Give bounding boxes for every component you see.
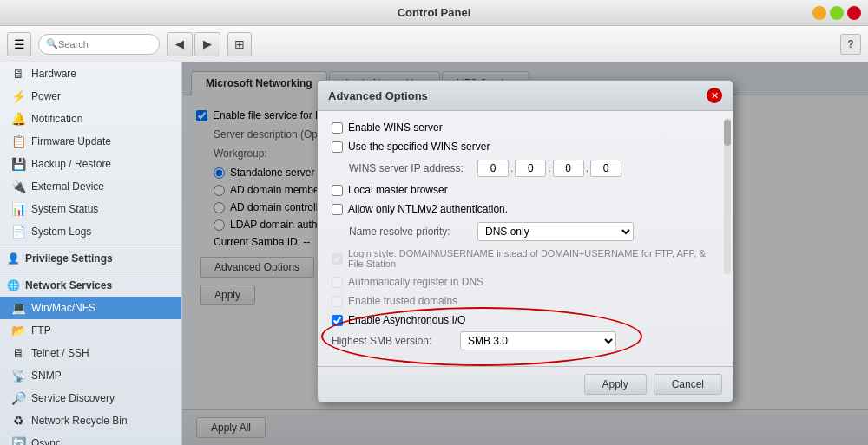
- sidebar-label-snmp: SNMP: [31, 370, 62, 382]
- minimize-button[interactable]: [812, 6, 826, 20]
- sidebar-label-network-recycle: Network Recycle Bin: [31, 415, 128, 427]
- use-specified-wins-label: Use the specified WINS server: [348, 141, 490, 153]
- highest-smb-select[interactable]: SMB 1.0 SMB 2.0 SMB 3.0: [460, 331, 616, 350]
- help-button[interactable]: ?: [840, 34, 861, 55]
- toolbar-nav: ◀ ▶: [167, 32, 220, 56]
- auto-register-row: Automatically register in DNS: [332, 276, 719, 288]
- modal-footer: Apply Cancel: [318, 366, 733, 402]
- ntlmv2-row: Allow only NTLMv2 authentication.: [332, 203, 719, 215]
- modal-apply-button[interactable]: Apply: [584, 374, 647, 395]
- sidebar-section-network-services[interactable]: 🌐 Network Services: [0, 274, 181, 297]
- win-mac-icon: 💻: [10, 301, 26, 315]
- back-button[interactable]: ◀: [167, 32, 193, 56]
- sidebar-label-power: Power: [31, 90, 61, 102]
- toolbar-right: ?: [840, 34, 861, 55]
- hardware-icon: 🖥: [10, 67, 26, 81]
- name-resolve-select[interactable]: DNS only Wins first DNS first: [477, 222, 634, 241]
- grid-button[interactable]: ⊞: [227, 32, 252, 56]
- sidebar-item-ftp[interactable]: 📂 FTP: [0, 319, 181, 342]
- enable-wins-row: Enable WINS server: [332, 121, 719, 134]
- modal-cancel-button[interactable]: Cancel: [654, 374, 722, 395]
- sidebar-item-power[interactable]: ⚡ Power: [0, 85, 181, 108]
- auto-register-label: Automatically register in DNS: [348, 276, 483, 288]
- modal-scrollbar[interactable]: [724, 118, 731, 274]
- sidebar-label-win-mac: Win/Mac/NFS: [31, 302, 95, 314]
- sidebar-item-snmp[interactable]: 📡 SNMP: [0, 364, 181, 387]
- sidebar-label-system-status: System Status: [31, 203, 98, 215]
- sidebar-item-qsync[interactable]: 🔄 Qsync: [0, 432, 181, 445]
- sidebar-item-system-logs[interactable]: 📄 System Logs: [0, 220, 181, 243]
- wins-ip-label: WINS server IP address:: [349, 162, 470, 174]
- sidebar: 🖥 Hardware ⚡ Power 🔔 Notification 📋 Firm…: [0, 62, 182, 445]
- sidebar-item-service-discovery[interactable]: 🔎 Service Discovery: [0, 387, 181, 409]
- content-area: Microsoft Networking Apple Networking NF…: [182, 62, 868, 445]
- ntlmv2-checkbox[interactable]: [332, 204, 343, 215]
- sidebar-item-backup[interactable]: 💾 Backup / Restore: [0, 153, 181, 175]
- wins-ip-inputs: . . .: [477, 160, 621, 177]
- sidebar-divider-2: [0, 272, 181, 272]
- advanced-options-modal: Advanced Options ✕ Enable WINS server: [317, 80, 733, 402]
- search-input[interactable]: [58, 39, 145, 49]
- wins-ip-row: WINS server IP address: . . .: [332, 160, 719, 177]
- ftp-icon: 📂: [10, 324, 26, 337]
- wins-ip-4[interactable]: [590, 160, 621, 177]
- async-io-checkbox[interactable]: [332, 315, 343, 326]
- sidebar-label-backup: Backup / Restore: [31, 158, 111, 170]
- sidebar-item-external[interactable]: 🔌 External Device: [0, 175, 181, 198]
- maximize-button[interactable]: [830, 6, 844, 20]
- sidebar-label-firmware: Firmware Update: [31, 135, 111, 147]
- login-style-row: Login style: DOMAIN\USERNAME instead of …: [332, 248, 719, 269]
- use-specified-wins-row: Use the specified WINS server: [332, 141, 719, 153]
- sidebar-section-privilege[interactable]: 👤 Privilege Settings: [0, 247, 181, 270]
- modal-scrollbar-thumb: [724, 120, 731, 146]
- qsync-icon: 🔄: [10, 436, 26, 445]
- menu-toggle-button[interactable]: ☰: [7, 32, 31, 56]
- sidebar-item-telnet-ssh[interactable]: 🖥 Telnet / SSH: [0, 342, 181, 364]
- modal-overlay: Advanced Options ✕ Enable WINS server: [182, 62, 868, 445]
- network-services-icon: 🌐: [7, 279, 20, 291]
- sidebar-label-notification: Notification: [31, 113, 82, 125]
- logs-icon: 📄: [10, 225, 26, 239]
- sidebar-item-notification[interactable]: 🔔 Notification: [0, 108, 181, 130]
- wins-ip-1[interactable]: [477, 160, 509, 177]
- async-io-label: Enable Asynchronous I/O: [348, 314, 465, 326]
- use-specified-wins-checkbox[interactable]: [332, 141, 343, 153]
- discovery-icon: 🔎: [10, 391, 26, 405]
- async-io-row: Enable Asynchronous I/O: [332, 314, 719, 326]
- enable-wins-checkbox[interactable]: [332, 122, 343, 134]
- wins-ip-2[interactable]: [515, 160, 546, 177]
- sidebar-label-ftp: FTP: [31, 324, 51, 337]
- notification-icon: 🔔: [10, 112, 26, 126]
- sidebar-item-hardware[interactable]: 🖥 Hardware: [0, 62, 181, 85]
- search-icon: 🔍: [46, 38, 58, 49]
- recycle-icon: ♻: [10, 414, 26, 428]
- sidebar-label-network-services: Network Services: [25, 279, 112, 291]
- sidebar-label-telnet: Telnet / SSH: [31, 347, 89, 359]
- highlight-area: Enable Asynchronous I/O Highest SMB vers…: [332, 314, 719, 350]
- titlebar-title: Control Panel: [398, 6, 471, 19]
- search-box: 🔍: [38, 34, 160, 55]
- telnet-icon: 🖥: [10, 346, 26, 360]
- ntlmv2-label: Allow only NTLMv2 authentication.: [348, 203, 508, 215]
- modal-close-button[interactable]: ✕: [707, 88, 722, 103]
- sidebar-item-network-recycle[interactable]: ♻ Network Recycle Bin: [0, 409, 181, 432]
- auto-register-checkbox: [332, 277, 343, 288]
- sidebar-item-firmware[interactable]: 📋 Firmware Update: [0, 130, 181, 153]
- sidebar-item-win-mac-nfs[interactable]: 💻 Win/Mac/NFS: [0, 297, 181, 319]
- sidebar-item-system-status[interactable]: 📊 System Status: [0, 198, 181, 220]
- forward-button[interactable]: ▶: [194, 32, 220, 56]
- sidebar-divider-1: [0, 245, 181, 245]
- wins-ip-3[interactable]: [553, 160, 584, 177]
- name-resolve-row: Name resolve priority: DNS only Wins fir…: [332, 222, 719, 241]
- backup-icon: 💾: [10, 157, 26, 171]
- sidebar-label-service-discovery: Service Discovery: [31, 392, 115, 404]
- local-master-checkbox[interactable]: [332, 185, 343, 196]
- status-icon: 📊: [10, 202, 26, 216]
- modal-body: Enable WINS server Use the specified WIN…: [318, 111, 733, 366]
- enable-wins-label: Enable WINS server: [348, 121, 443, 134]
- toolbar: ☰ 🔍 ◀ ▶ ⊞ ?: [0, 26, 868, 62]
- firmware-icon: 📋: [10, 134, 26, 148]
- close-title-button[interactable]: [847, 6, 861, 20]
- login-style-label: Login style: DOMAIN\USERNAME instead of …: [348, 248, 719, 269]
- external-icon: 🔌: [10, 180, 26, 193]
